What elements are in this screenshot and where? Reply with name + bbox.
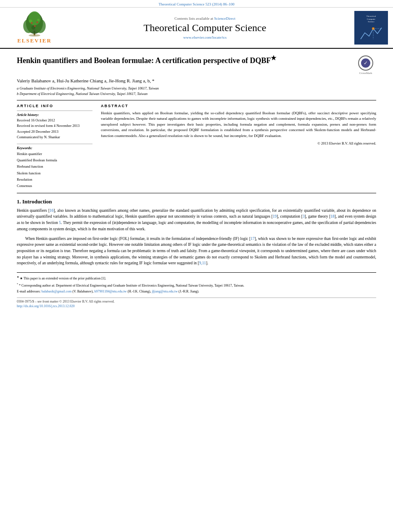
cover-graphic-icon [359, 24, 384, 41]
paper-title-area: Henkin quantifiers and Boolean formulae:… [17, 54, 351, 68]
abstract-divider [17, 193, 376, 193]
corresponding-footnote: * * Corresponding author at: Department … [17, 282, 376, 288]
keyword-5: Resolution [17, 176, 92, 183]
ref-18[interactable]: 18 [330, 214, 335, 219]
crossmark-icon: ✓ [361, 58, 370, 68]
keyword-6: Consensus [17, 183, 92, 189]
email-footnote: E-mail addresses: balabasik@gmail.com (V… [17, 289, 376, 294]
star-footnote: ★ ★ This paper is an extended version of… [17, 275, 376, 281]
elsevier-logo-section: ELSEVIER [5, 11, 64, 44]
svg-point-7 [37, 19, 40, 21]
journal-cover-section: TheoreticalComputerScience [346, 11, 388, 45]
svg-point-11 [34, 25, 36, 27]
keywords-block: Keywords: Henkin quantifier Quantified B… [17, 144, 92, 190]
doi-link[interactable]: http://dx.doi.org/10.1016/j.tcs.2013.12.… [17, 304, 74, 308]
journal-title: Theoretical Computer Science [64, 22, 346, 34]
title-divider [17, 100, 376, 100]
svg-point-9 [31, 22, 33, 24]
elsevier-wordmark: ELSEVIER [17, 37, 52, 44]
introduction-body: Henkin quantifiers [16], also known as b… [17, 208, 376, 266]
elsevier-tree-icon [16, 11, 53, 37]
section-num: 1. [17, 198, 21, 205]
ref-9-11[interactable]: 9,11 [199, 261, 206, 265]
abstract-header: ABSTRACT [101, 104, 376, 108]
revised-line: Received in revised form 4 November 2013 [17, 123, 92, 129]
ref-17[interactable]: 17 [251, 237, 255, 241]
article-history-block: Article history: Received 16 October 201… [17, 111, 92, 140]
accepted-line: Accepted 20 December 2013 [17, 129, 92, 135]
paper-title: Henkin quantifiers and Boolean formulae:… [17, 54, 351, 66]
authors-line: Valeriy Balabanov a, Hui-Ju Katherine Ch… [17, 78, 376, 83]
svg-point-1 [29, 34, 40, 37]
crossmark-label: CrossMark [359, 71, 372, 75]
title-star-sup: ★ [271, 55, 276, 61]
journal-header-center: Contents lists available at ScienceDirec… [64, 16, 346, 40]
ref-5[interactable]: 5 [59, 221, 61, 225]
ref-16[interactable]: 16 [50, 208, 54, 213]
svg-point-10 [37, 21, 38, 23]
elsevier-logo: ELSEVIER [16, 11, 53, 44]
keyword-4: Skolem function [17, 170, 92, 176]
intro-paragraph-1: Henkin quantifiers [16], also known as b… [17, 208, 376, 232]
keywords-label: Keywords: [17, 146, 92, 150]
introduction-title: 1. Introduction [17, 198, 376, 205]
journal-url: www.elsevier.com/locate/tcs [64, 35, 346, 40]
email-2-link[interactable]: b97901184@ntu.edu.tw [95, 290, 127, 293]
copyright-line: © 2013 Elsevier B.V. All rights reserved… [101, 141, 376, 145]
keyword-3: Herbrand function [17, 163, 92, 170]
info-abstract-section: ARTICLE INFO Article history: Received 1… [17, 104, 376, 190]
abstract-column: ABSTRACT Henkin quantifiers, when applie… [101, 104, 376, 190]
ref-3[interactable]: 3 [303, 214, 305, 219]
sciencedirect-text: Contents lists available at ScienceDirec… [64, 16, 346, 21]
email-1-name: (V. Balabanov), [71, 290, 93, 293]
received-line: Received 16 October 2012 [17, 118, 92, 124]
email-2-name: (H.-J.K. Chiang), [127, 290, 151, 293]
article-info-header: ARTICLE INFO [17, 104, 92, 108]
bottom-bar: 0304-3975/$ – see front matter © 2013 El… [17, 298, 376, 308]
email-3-link[interactable]: jljiang@ntu.edu.tw [152, 290, 178, 293]
section-heading: Introduction [22, 198, 52, 205]
journal-citation-link[interactable]: Theoretical Computer Science 523 (2014) … [158, 2, 235, 6]
keyword-1: Henkin quantifier [17, 151, 92, 157]
svg-point-6 [29, 19, 32, 22]
paper-title-section: Henkin quantifiers and Boolean formulae:… [17, 54, 376, 75]
svg-point-5 [28, 11, 41, 25]
affiliation-b: b Department of Electrical Engineering, … [17, 91, 376, 97]
affiliations: a Graduate Institute of Electronics Engi… [17, 86, 376, 97]
license-text: 0304-3975/$ – see front matter © 2013 El… [17, 300, 376, 303]
page-header: ELSEVIER Contents lists available at Sci… [0, 8, 393, 49]
communicated-line: Communicated by N. Shankar [17, 134, 92, 140]
history-label: Article history: [17, 113, 92, 117]
cover-journal-title: TheoreticalComputerScience [366, 14, 377, 24]
email-label: E-mail addresses: [17, 290, 41, 293]
ref-19[interactable]: 19 [273, 214, 277, 219]
journal-citation-bar: Theoretical Computer Science 523 (2014) … [0, 0, 393, 8]
abstract-text: Henkin quantifiers, when applied on Bool… [101, 111, 376, 139]
intro-paragraph-2: When Henkin quantifiers are imposed on f… [17, 236, 376, 267]
crossmark-circle: ✓ [358, 55, 373, 71]
journal-cover-image: TheoreticalComputerScience [354, 11, 388, 45]
article-info-column: ARTICLE INFO Article history: Received 1… [17, 104, 92, 190]
email-3-name: (J.-H.R. Jiang). [178, 290, 199, 293]
footnotes-section: ★ ★ This paper is an extended version of… [17, 272, 376, 294]
affiliation-a: a Graduate Institute of Electronics Engi… [17, 86, 376, 91]
crossmark-badge[interactable]: ✓ CrossMark [355, 55, 376, 75]
sciencedirect-link[interactable]: ScienceDirect [214, 16, 235, 21]
keyword-2: Quantified Boolean formula [17, 157, 92, 163]
email-1-link[interactable]: balabasik@gmail.com [42, 290, 72, 293]
main-content: Henkin quantifiers and Boolean formulae:… [0, 49, 393, 312]
